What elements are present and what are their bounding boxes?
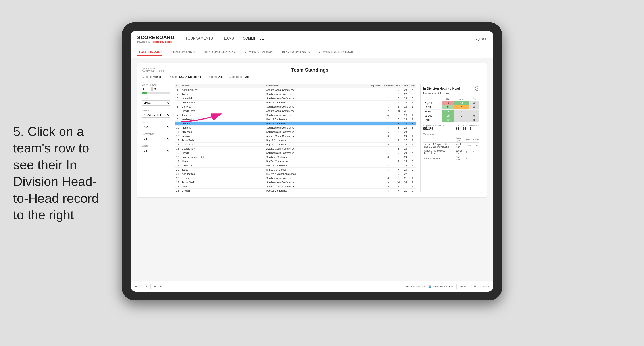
cell-tour: 27 [402,138,409,143]
division-select[interactable]: NCAA Division I [142,112,170,118]
sidebar-filters: Minimum Rou... [142,84,170,193]
outer-container: 5. Click on a team's row to see their In… [0,0,644,346]
sign-out[interactable]: Sign out [474,37,487,41]
table-row[interactable]: 4 Arizona State Pac-12 Conference - 3 9 … [175,101,416,105]
table-row[interactable]: 1 North Carolina Atlantic Coast Conferen… [175,88,416,92]
table-row[interactable]: 25 Oregon Pac-12 Conference - 5 7 21 0 [175,189,416,193]
table-row[interactable]: 3 Vanderbilt Southeastern Conference - 2… [175,96,416,101]
gender-select[interactable]: Men's [142,100,170,106]
cell-rds: 8 [395,122,402,126]
table-row[interactable]: 24 Duke Atlantic Coast Conference - 5 9 … [175,184,416,189]
cell-conf-rank: 1 [381,172,395,176]
table-row[interactable]: 18 Illinois Big Ten Conference - 1 9 25 … [175,159,416,164]
cell-reg-rank: - [368,109,381,113]
min-rounds-input-2[interactable] [152,87,162,91]
sub-nav-player-summary[interactable]: PLAYER SUMMARY [244,49,273,55]
t-col-name [423,137,455,143]
zoom-out-button[interactable]: ⊟ [154,285,156,288]
sub-nav-team-h2h-heatmap[interactable]: TEAM H2H HEATMAP [204,49,236,55]
h2h-loss: 2 [454,110,469,114]
table-row[interactable]: 19 California Pac-12 Conference - 4 8 24… [175,164,416,168]
h2h-close-button[interactable]: ✕ [475,86,480,91]
cell-school: Washington [180,117,265,122]
top-nav: SCOREBOARD Powered by Powered by clippd … [130,31,493,47]
t-name: Arizona Thunderbirds Intercollegiate [423,149,455,155]
region-select[interactable]: N/A [142,124,170,130]
table-row[interactable]: 17 East Tennessee State Southern Confere… [175,155,416,159]
add-button[interactable]: + [165,285,166,288]
table-row[interactable]: 13 Texas Tech Big 12 Conference - 1 9 27… [175,138,416,143]
cell-tour: 27 [402,172,409,176]
redo-button[interactable]: ↻ [140,285,142,288]
forward-button[interactable]: ⟩ [146,285,147,288]
table-row[interactable]: 7 Tennessee Southeastern Conference - 4 … [175,113,416,117]
sub-nav-player-h2h-heatmap[interactable]: PLAYER H2H HEATMAP [318,49,353,55]
table-row[interactable]: 6 Florida State Atlantic Coast Conferenc… [175,109,416,113]
school-select[interactable]: (All) [142,148,170,153]
table-row[interactable]: 9 Arizona Pac-12 Conference - 1 8 25 3 [175,122,416,126]
min-rounds-input-1[interactable] [142,87,152,91]
table-row[interactable]: 2 Auburn Southeastern Conference - 1 9 2… [175,92,416,96]
cell-reg-rank: - [368,130,381,134]
sub-nav-team-h2h-grid[interactable]: TEAM H2H GRID [171,49,196,55]
watch-button[interactable]: 👁 Watch [460,285,470,288]
table-area: # School Conference Reg Rank Conf Rank R… [175,84,416,193]
min-rounds-slider[interactable] [142,92,170,94]
record-value: 86 - 26 - 1 [455,127,480,131]
view-original-button[interactable]: 👁 View: Original [406,285,425,288]
settings-button[interactable]: ⚙ [474,285,476,288]
nav-tournaments[interactable]: TOURNAMENTS [186,35,213,42]
record-label: W-L-T record in-division: [455,124,480,127]
sub-nav-player-h2h-grid[interactable]: PLAYER H2H GRID [282,49,310,55]
table-row[interactable]: 16 Florida Southeastern Conference - 7 9… [175,151,416,155]
cell-conf-rank: 3 [381,168,395,172]
cell-rank: 24 [175,184,180,189]
table-row[interactable]: 21 New Mexico Mountain West Conference -… [175,172,416,176]
save-custom-button[interactable]: 💾 Save Custom View [428,285,453,288]
table-row[interactable]: 5 Ole Miss Southeastern Conference - 3 6… [175,105,416,109]
sub-nav-team-summary[interactable]: TEAM SUMMARY [137,49,162,56]
cell-tour: 31 [402,109,409,113]
nav-committee[interactable]: COMMITTEE [243,35,264,42]
cell-conf-rank: 7 [381,151,395,155]
bottom-toolbar: ↩ ↻ ⟩ ⊟ ⊞ + ⏱ 👁 View: Original 💾 Save [130,281,493,292]
cell-conf-rank: 8 [381,176,395,180]
table-row[interactable]: 8 Washington Pac-12 Conference - 2 8 23 … [175,117,416,122]
table-row[interactable]: 23 Texas A&M Southeastern Conference - 9… [175,180,416,184]
cell-win: 2 [409,172,416,176]
zoom-in-button[interactable]: ⊞ [160,285,162,288]
cell-reg-rank: - [368,155,381,159]
h2h-panel: In Division Head-to-Head ✕ University of… [420,84,482,193]
table-row[interactable]: 11 Arkansas Southeastern Conference - 6 … [175,130,416,134]
table-row[interactable]: 10 Alabama Southeastern Conference - 5 8… [175,126,416,130]
cell-reg-rank: - [368,189,381,193]
min-rounds-label: Minimum Rou... [142,84,170,86]
cell-rds: 8 [395,164,402,168]
table-row[interactable]: 22 Georgia Southeastern Conference - 8 7… [175,176,416,180]
nav-teams[interactable]: TEAMS [222,35,234,42]
h2h-col-tie: Tie [469,97,480,101]
h2h-stats: Opponents in division: 99.1% W-L-T recor… [423,124,480,131]
cell-win: 3 [409,155,416,159]
col-conf-rank: Conf Rank [381,84,395,88]
table-row[interactable]: 14 Oklahoma Big 12 Conference - 5 8 26 2 [175,143,416,147]
timer-button[interactable]: ⏱ [174,285,176,288]
cell-rank: 1 [175,88,180,92]
cell-tour: 20 [402,168,409,172]
cell-conf-rank: 2 [381,109,395,113]
table-row[interactable]: 20 Texas Big 12 Conference - 3 7 20 2 [175,168,416,172]
cell-rds: 6 [395,105,402,109]
share-button[interactable]: ↗ Share [480,285,489,288]
h2h-table-header: Win Loss Tie [423,97,480,101]
cell-conf-rank: 1 [381,122,395,126]
conference-select[interactable]: (All) [142,136,170,141]
cell-tour: 26 [402,101,409,105]
cell-reg-rank: - [368,168,381,172]
cell-conf-rank: 4 [381,147,395,151]
cell-rds: 7 [395,176,402,180]
cell-tour: 26 [402,147,409,151]
undo-button[interactable]: ↩ [135,285,137,288]
table-row[interactable]: 15 Georgia Tech Atlantic Coast Conferenc… [175,147,416,151]
table-row[interactable]: 12 Virginia Atlantic Coast Conference - … [175,134,416,138]
cell-reg-rank: - [368,105,381,109]
